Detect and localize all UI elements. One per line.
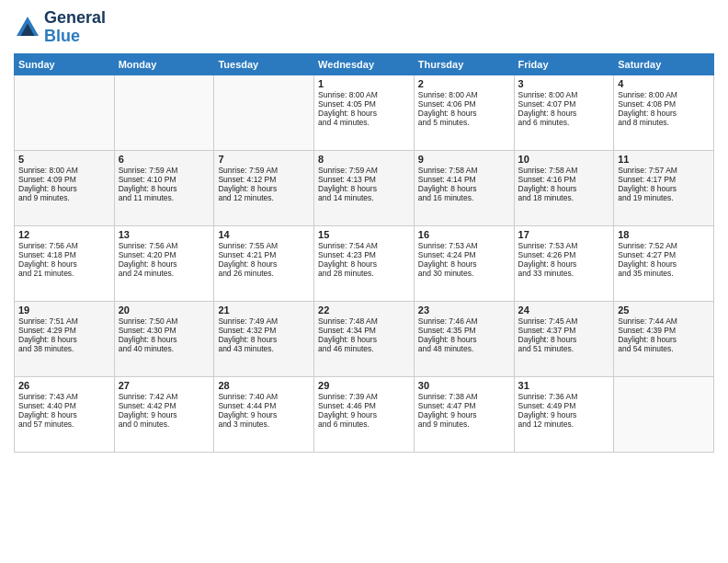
day-number: 14 [218,229,310,240]
day-info: Sunrise: 7:44 AM [618,316,710,326]
day-info: Daylight: 8 hours [518,109,610,118]
header: General Blue [14,9,714,46]
day-info: and 48 minutes. [418,344,510,353]
calendar-week-3: 12Sunrise: 7:56 AMSunset: 4:18 PMDayligh… [15,225,714,301]
day-info: Sunset: 4:08 PM [618,99,710,109]
day-number: 25 [618,304,710,316]
day-info: and 5 minutes. [418,118,510,127]
day-info: Sunset: 4:27 PM [618,250,710,259]
day-info: Sunset: 4:39 PM [618,326,710,335]
day-number: 5 [18,154,110,165]
day-info: Daylight: 8 hours [119,184,210,193]
day-info: Daylight: 8 hours [518,259,610,269]
calendar-cell: 9Sunrise: 7:58 AMSunset: 4:14 PMDaylight… [414,150,514,225]
calendar-cell [614,376,714,452]
day-info: Daylight: 8 hours [218,184,310,193]
day-info: and 57 minutes. [18,419,110,429]
day-info: Sunrise: 7:58 AM [518,166,610,175]
day-info: Sunset: 4:37 PM [518,326,610,335]
day-info: and 16 minutes. [418,193,510,202]
calendar-cell: 21Sunrise: 7:49 AMSunset: 4:32 PMDayligh… [214,301,314,376]
day-info: Daylight: 8 hours [119,259,210,269]
day-number: 1 [318,78,410,89]
day-number: 21 [218,304,310,316]
day-info: and 9 minutes. [18,193,110,202]
day-info: Sunrise: 7:57 AM [618,166,710,175]
day-info: Daylight: 8 hours [518,184,610,193]
logo-text: General Blue [44,9,106,46]
day-header-friday: Friday [514,53,614,75]
calendar-week-4: 19Sunrise: 7:51 AMSunset: 4:29 PMDayligh… [15,301,714,376]
day-info: and 33 minutes. [518,269,610,278]
day-info: Sunset: 4:18 PM [18,250,110,259]
day-info: Sunrise: 7:58 AM [418,166,510,175]
calendar-cell: 2Sunrise: 8:00 AMSunset: 4:06 PMDaylight… [414,75,514,150]
day-number: 18 [618,229,710,240]
day-info: and 12 minutes. [518,419,610,429]
calendar-cell: 1Sunrise: 8:00 AMSunset: 4:05 PMDaylight… [314,75,415,150]
day-info: Sunset: 4:09 PM [18,175,110,184]
day-number: 2 [418,78,510,89]
day-info: and 28 minutes. [318,269,410,278]
day-info: Sunset: 4:29 PM [18,326,110,335]
day-info: Daylight: 8 hours [518,335,610,344]
day-info: Sunrise: 8:00 AM [318,90,410,99]
day-info: Sunrise: 7:50 AM [119,316,210,326]
day-header-tuesday: Tuesday [214,53,314,75]
day-info: Sunrise: 7:39 AM [318,392,410,401]
day-info: Sunset: 4:26 PM [518,250,610,259]
day-number: 22 [318,304,410,316]
day-header-sunday: Sunday [15,53,115,75]
day-number: 8 [318,154,410,165]
day-info: and 12 minutes. [218,193,310,202]
day-info: and 38 minutes. [18,344,110,353]
day-number: 9 [418,154,510,165]
calendar-cell: 25Sunrise: 7:44 AMSunset: 4:39 PMDayligh… [614,301,714,376]
calendar-cell: 26Sunrise: 7:43 AMSunset: 4:40 PMDayligh… [15,376,115,452]
day-info: Sunrise: 8:00 AM [618,90,710,99]
day-number: 17 [518,229,610,240]
calendar-cell: 6Sunrise: 7:59 AMSunset: 4:10 PMDaylight… [114,150,214,225]
calendar-cell: 14Sunrise: 7:55 AMSunset: 4:21 PMDayligh… [214,225,314,301]
day-info: and 43 minutes. [218,344,310,353]
day-info: Sunrise: 7:48 AM [318,316,410,326]
calendar-cell: 3Sunrise: 8:00 AMSunset: 4:07 PMDaylight… [514,75,614,150]
day-info: Sunrise: 7:55 AM [218,241,310,250]
day-info: Sunset: 4:30 PM [119,326,210,335]
calendar-header-row: SundayMondayTuesdayWednesdayThursdayFrid… [15,53,714,75]
day-info: and 4 minutes. [318,118,410,127]
day-info: Daylight: 8 hours [218,259,310,269]
day-info: and 26 minutes. [218,269,310,278]
day-info: Sunset: 4:21 PM [218,250,310,259]
day-info: and 0 minutes. [119,419,210,429]
day-number: 26 [18,380,110,391]
day-number: 10 [518,154,610,165]
calendar-cell: 4Sunrise: 8:00 AMSunset: 4:08 PMDaylight… [614,75,714,150]
day-info: Sunset: 4:34 PM [318,326,410,335]
day-info: Daylight: 9 hours [218,410,310,419]
day-number: 29 [318,380,410,391]
day-info: and 35 minutes. [618,269,710,278]
day-info: Sunset: 4:16 PM [518,175,610,184]
day-info: Daylight: 8 hours [318,184,410,193]
calendar-week-5: 26Sunrise: 7:43 AMSunset: 4:40 PMDayligh… [15,376,714,452]
day-header-wednesday: Wednesday [314,53,415,75]
day-info: Sunset: 4:42 PM [119,401,210,410]
day-info: Sunrise: 7:59 AM [218,166,310,175]
day-info: Sunset: 4:46 PM [318,401,410,410]
day-info: Sunset: 4:14 PM [418,175,510,184]
day-info: Daylight: 8 hours [618,259,710,269]
day-number: 4 [618,78,710,89]
calendar-cell: 7Sunrise: 7:59 AMSunset: 4:12 PMDaylight… [214,150,314,225]
day-info: Sunrise: 7:54 AM [318,241,410,250]
day-info: Daylight: 8 hours [618,335,710,344]
day-info: and 24 minutes. [119,269,210,278]
day-info: Daylight: 8 hours [18,184,110,193]
day-number: 6 [119,154,210,165]
day-info: Daylight: 8 hours [318,259,410,269]
day-info: Daylight: 8 hours [318,109,410,118]
calendar-cell: 19Sunrise: 7:51 AMSunset: 4:29 PMDayligh… [15,301,115,376]
day-number: 27 [119,380,210,391]
day-number: 12 [18,229,110,240]
day-info: Daylight: 8 hours [119,335,210,344]
